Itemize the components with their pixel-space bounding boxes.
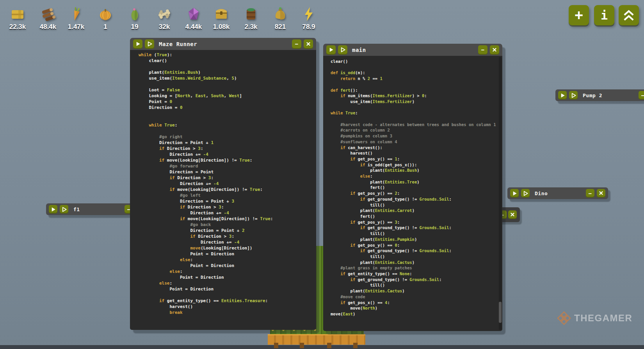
resource-wood: 48.4k bbox=[36, 6, 60, 31]
collapse-all-button[interactable] bbox=[619, 5, 639, 25]
run-button[interactable] bbox=[133, 39, 142, 49]
code-token: #move code bbox=[331, 294, 365, 299]
close-button[interactable]: ✕ bbox=[304, 39, 313, 49]
code-token: clear() bbox=[139, 58, 167, 63]
code-token: #sunflowers on column 4 bbox=[331, 139, 397, 144]
code-token: -4 bbox=[234, 240, 239, 245]
code-token: if bbox=[340, 93, 345, 98]
resource-value: 32k bbox=[152, 23, 177, 31]
step-button[interactable] bbox=[338, 45, 347, 55]
code-token: : bbox=[397, 157, 400, 161]
code-token: Point = Direction bbox=[139, 287, 213, 292]
code-token: ) bbox=[417, 180, 419, 184]
code-token bbox=[139, 281, 159, 286]
code-token: : bbox=[270, 216, 273, 221]
scrollbar[interactable] bbox=[499, 57, 502, 330]
code-token: -4 bbox=[224, 210, 229, 215]
code-token: ) bbox=[412, 99, 415, 104]
close-button[interactable]: ✕ bbox=[597, 189, 605, 198]
code-token bbox=[331, 191, 350, 196]
run-button[interactable] bbox=[49, 205, 57, 214]
minimize-button[interactable]: − bbox=[639, 91, 644, 100]
info-button[interactable]: i bbox=[594, 5, 614, 25]
thegamer-text: THEGAMER bbox=[574, 313, 632, 324]
resource-carrot: 1.47k bbox=[64, 6, 89, 31]
code-token bbox=[139, 246, 190, 251]
code-token: ) bbox=[198, 70, 201, 75]
code-token: plant( bbox=[331, 260, 375, 265]
resource-treasure: 1.08k bbox=[209, 6, 234, 31]
resource-fertilizer: 2.3k bbox=[238, 6, 263, 31]
wood-icon bbox=[40, 6, 56, 22]
code-token: ) bbox=[415, 237, 417, 242]
code-token: else bbox=[180, 257, 190, 262]
code-token: : bbox=[265, 298, 268, 303]
code-editor[interactable]: while (True): clear() plant(Entities.Bus… bbox=[130, 50, 316, 330]
step-button[interactable] bbox=[145, 39, 154, 49]
code-token: #plant grass in empty patches bbox=[331, 265, 412, 270]
window-titlebar[interactable]: Maze Runner − ✕ bbox=[130, 38, 316, 50]
run-button[interactable] bbox=[326, 45, 336, 55]
step-button[interactable] bbox=[60, 205, 68, 214]
code-line: break bbox=[139, 310, 313, 315]
farm-platform bbox=[268, 334, 365, 345]
code-token bbox=[139, 187, 169, 192]
code-line: if get_ground_type() != Grounds.Soil: bbox=[331, 225, 499, 231]
code-token bbox=[331, 271, 340, 276]
code-token: #harvest code - alternates between trees… bbox=[331, 122, 496, 127]
code-token: else bbox=[360, 174, 370, 178]
code-token: True bbox=[345, 110, 355, 115]
code-token: clear() bbox=[331, 59, 348, 64]
code-token: Entities.Pumpkin bbox=[375, 237, 415, 242]
code-line: move(East) bbox=[331, 311, 499, 317]
code-editor[interactable]: clear() def is_odd(n): return n % 2 == 1… bbox=[323, 56, 502, 331]
minimize-button[interactable]: − bbox=[478, 45, 487, 55]
code-token: (): bbox=[350, 88, 358, 93]
window-bar-pump-2[interactable]: Pump 2 − bbox=[555, 89, 644, 101]
code-token: get_pos_y() == bbox=[355, 191, 395, 196]
step-button[interactable] bbox=[521, 189, 530, 198]
minimize-button[interactable]: − bbox=[292, 39, 301, 49]
code-line bbox=[139, 292, 313, 298]
code-token: West bbox=[229, 93, 240, 98]
code-token: else bbox=[159, 281, 170, 286]
code-line: plant(Entities.Bush) bbox=[139, 69, 313, 75]
run-button[interactable] bbox=[510, 189, 519, 198]
code-token: Items.Weird_Substance bbox=[172, 76, 226, 81]
window-bar-dino[interactable]: Dino − ✕ bbox=[507, 187, 608, 199]
window-bar-f1[interactable]: f1 − bbox=[46, 203, 136, 215]
code-token bbox=[139, 158, 159, 163]
code-token: Grounds.Soil bbox=[420, 225, 449, 230]
scrollbar-thumb[interactable] bbox=[499, 302, 502, 323]
code-token: : bbox=[211, 175, 213, 180]
code-token: plant( bbox=[331, 208, 375, 213]
close-button[interactable]: ✕ bbox=[490, 45, 499, 55]
code-token bbox=[139, 310, 169, 315]
play-icon bbox=[512, 191, 518, 196]
code-token: can_harvest(): bbox=[345, 145, 382, 150]
run-button[interactable] bbox=[558, 91, 567, 100]
code-line: harvest() bbox=[331, 150, 499, 156]
close-button[interactable]: ✕ bbox=[508, 210, 517, 219]
code-line: plant(Entities.Pumpkin) bbox=[331, 237, 499, 242]
code-line: move(North) bbox=[331, 305, 499, 311]
minimize-button[interactable]: − bbox=[586, 189, 594, 198]
code-line: def is_odd(n): bbox=[331, 70, 499, 76]
code-token: get_entity_type() == bbox=[164, 298, 221, 303]
add-window-button[interactable]: + bbox=[569, 5, 589, 25]
play-outline-icon bbox=[147, 41, 153, 47]
code-line bbox=[139, 81, 313, 87]
code-token: , bbox=[206, 93, 211, 98]
code-token: : bbox=[201, 146, 203, 151]
code-token: True bbox=[239, 158, 250, 163]
code-token bbox=[331, 248, 360, 253]
step-button[interactable] bbox=[569, 91, 578, 100]
code-token bbox=[331, 225, 360, 230]
code-line: clear() bbox=[331, 59, 499, 64]
code-token: def bbox=[331, 70, 340, 75]
play-icon bbox=[328, 47, 334, 53]
code-token: , bbox=[190, 93, 195, 98]
window-titlebar[interactable]: main − ✕ bbox=[323, 44, 502, 56]
code-line: Direction = Point + 1 bbox=[139, 140, 313, 146]
window-maze-runner: Maze Runner − ✕ while (True): clear() pl… bbox=[130, 38, 316, 330]
